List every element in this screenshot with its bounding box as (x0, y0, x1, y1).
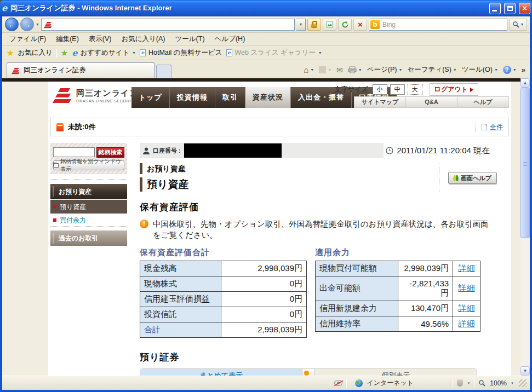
sidebar-section-assets[interactable]: お預り資産 (50, 184, 127, 199)
title-bar: e 岡三オンライン証券 - Windows Internet Explorer … (0, 0, 532, 16)
feeds-button[interactable]: ▼ (319, 66, 331, 73)
logout-button[interactable]: ログアウト (430, 83, 478, 96)
sidebar-section-past-trades[interactable]: 過去のお取引 (50, 230, 127, 246)
nav-asset-status[interactable]: 資産状況 (245, 87, 291, 108)
vertical-scrollbar[interactable]: ▲ ▼ (520, 78, 530, 376)
security-lock-button[interactable] (307, 19, 321, 31)
chevron-down-icon[interactable]: ▼ (467, 382, 470, 385)
compatibility-view-button[interactable] (323, 19, 336, 31)
clock-icon (386, 147, 393, 154)
font-size-label: 文字サイズ (335, 85, 368, 94)
bing-icon: b (370, 20, 380, 29)
chevron-down-icon[interactable]: ▼ (511, 382, 514, 385)
font-size-large-button[interactable]: 大 (408, 84, 422, 95)
favorite-web-slice-gallery[interactable]: e Web スライス ギャラリー ▼ (226, 48, 322, 57)
safety-menu[interactable]: セーフティ(S)▼ (407, 65, 456, 74)
menu-help[interactable]: ヘルプ(H) (210, 33, 250, 45)
tools-menu[interactable]: ツール(O)▼ (462, 65, 498, 74)
table-row-total: 合計2,998,039円 (140, 322, 307, 337)
scrollbar-thumb[interactable] (520, 88, 530, 238)
command-bar: ⌂▼ ▼ ✉ ▼ ページ(P)▼ セーフティ(S)▼ ツール(O)▼ ?▼ » (304, 65, 525, 78)
nav-trading[interactable]: 取引 (215, 87, 245, 108)
content-area: 銘柄検索 銘柄情報を別ウィンドウ表示 お預り資産 (48, 143, 511, 376)
detail-link[interactable]: 詳細 (459, 319, 475, 328)
font-size-medium-button[interactable]: 中 (390, 84, 405, 95)
detail-link[interactable]: 詳細 (459, 283, 475, 292)
nav-investment-info[interactable]: 投資情報 (170, 87, 215, 108)
stop-button[interactable]: × (353, 19, 367, 31)
sitemap-button[interactable]: サイトマップ (354, 97, 405, 107)
toolbar-overflow-chevron[interactable]: » (522, 66, 525, 74)
favorite-suggested-sites[interactable]: e おすすめサイト ▼ (72, 48, 136, 57)
detail-link[interactable]: 詳細 (459, 263, 475, 273)
document-icon (482, 124, 487, 130)
address-bar[interactable] (41, 19, 295, 31)
beginner-leaf-icon (453, 175, 459, 181)
address-input[interactable] (55, 21, 292, 28)
utility-nav: サイトマップ Q&A ヘルプ (354, 96, 509, 108)
qa-button[interactable]: Q&A (405, 97, 457, 107)
help-button[interactable]: ヘルプ (457, 97, 508, 107)
favorite-hotmail[interactable]: e HotMail の無料サービス (140, 48, 222, 57)
help-icon: ? (503, 66, 511, 74)
grouped-view-tab[interactable]: まとめて表示 (140, 369, 302, 376)
table-row: 出金可能額-2,821,433円詳細 (316, 276, 480, 301)
close-button[interactable]: × (519, 3, 530, 14)
help-menu[interactable]: ?▼ (503, 66, 517, 74)
font-size-small-button[interactable]: 小 (373, 84, 387, 95)
sidebar-item-buying-power[interactable]: 買付余力 (50, 214, 127, 227)
protected-mode-icon[interactable] (457, 379, 463, 387)
tab-okasan[interactable]: 岡三オンライン証券 (7, 62, 155, 78)
inprivate-filter-icon[interactable] (334, 380, 342, 386)
page-menu[interactable]: ページ(P)▼ (367, 65, 403, 74)
stock-search-panel: 銘柄検索 銘柄情報を別ウィンドウ表示 (50, 143, 127, 174)
refresh-button[interactable] (338, 19, 352, 31)
stock-info-popup-button[interactable]: 銘柄情報を別ウィンドウ表示 (53, 160, 124, 170)
search-go-button[interactable]: ▼ (509, 19, 527, 31)
table-row: 現金残高2,998,039円 (140, 261, 307, 276)
sidebar-item-deposit-assets[interactable]: 預り資産 (50, 199, 127, 214)
search-input[interactable] (382, 21, 506, 28)
maximize-button[interactable] (504, 3, 516, 14)
scroll-down-button[interactable]: ▼ (520, 366, 530, 376)
history-dropdown-icon[interactable]: ▼ (36, 22, 39, 26)
print-button[interactable]: ▼ (348, 66, 362, 73)
separator (474, 379, 474, 388)
toggle-indicator-icon (302, 369, 315, 376)
minimize-button[interactable] (489, 3, 501, 14)
scrollbar-track[interactable] (520, 238, 530, 366)
menu-edit[interactable]: 編集(E) (51, 33, 84, 45)
detail-link[interactable]: 詳細 (459, 303, 475, 313)
search-box[interactable]: b (369, 19, 507, 31)
read-mail-button[interactable]: ✉ (336, 66, 343, 74)
stock-search-button[interactable]: 銘柄検索 (96, 147, 124, 158)
forward-button[interactable]: → (20, 18, 34, 31)
home-button[interactable]: ⌂▼ (304, 65, 314, 74)
separator (330, 379, 330, 388)
individual-view-tab[interactable]: 個別表示 (315, 369, 477, 376)
scroll-up-button[interactable]: ▲ (520, 78, 530, 88)
all-messages-link[interactable]: 全件 (490, 123, 503, 132)
site-header: 岡三オンライン証券 OKASAN ONLINE SECURITIES トップ 投… (48, 82, 511, 113)
assets-valuation-block: 保有資産評価合計 現金残高2,998,039円 現物株式0円 信用建玉評価損益0… (140, 247, 307, 338)
menu-favorites[interactable]: お気に入り(A) (116, 33, 170, 45)
display-toggle-bar: まとめて表示 個別表示 (140, 368, 477, 376)
favorites-button[interactable]: お気に入り (18, 48, 52, 57)
add-favorite-icon[interactable]: ★ (61, 48, 68, 58)
resize-grip[interactable] (519, 379, 527, 387)
screen-help-button[interactable]: 画面ヘルプ (448, 172, 496, 184)
internet-zone-icon (355, 379, 363, 387)
bullet-icon (53, 218, 56, 222)
stock-search-input[interactable] (53, 147, 95, 157)
menu-file[interactable]: ファイル(F) (4, 33, 51, 45)
menu-view[interactable]: 表示(V) (84, 33, 117, 45)
nav-top[interactable]: トップ (131, 87, 170, 108)
address-dropdown-button[interactable]: ▼ (296, 19, 306, 31)
webpage-icon: e (140, 49, 146, 56)
account-bar: 口座番号 : 2011/01/21 11:20:04 現在 (140, 143, 504, 158)
account-number-redacted (184, 143, 282, 158)
new-tab-button[interactable] (156, 65, 171, 78)
back-button[interactable]: ← (5, 18, 19, 31)
zoom-level[interactable]: 100% (490, 379, 507, 387)
menu-tools[interactable]: ツール(T) (170, 33, 210, 45)
